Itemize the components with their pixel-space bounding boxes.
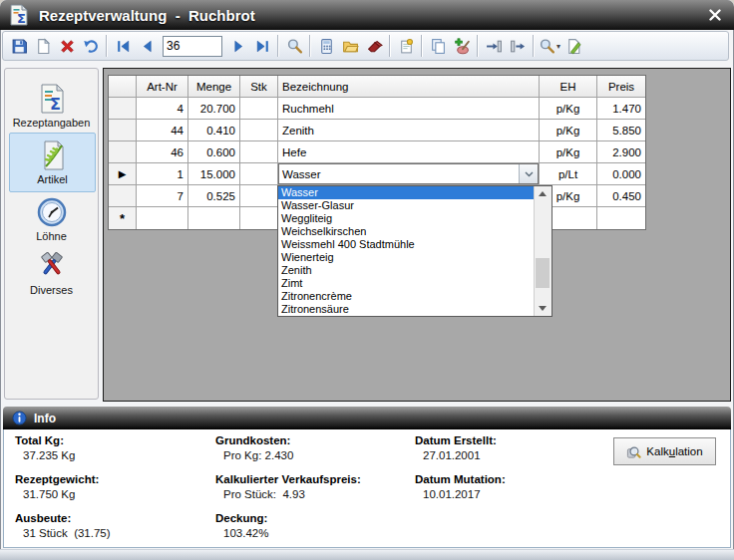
svg-text:Σ: Σ	[17, 11, 26, 26]
verkaufspreis-value: Pro Stück: 4.93	[223, 488, 361, 500]
dropdown-item[interactable]: Wienerteig	[278, 251, 534, 264]
export-icon[interactable]	[506, 34, 530, 58]
table-row[interactable]: 46 0.600 Hefe p/Kg 2.900	[109, 141, 645, 163]
grundkosten-value: Pro Kg: 2.430	[223, 449, 361, 461]
import-icon[interactable]	[482, 34, 506, 58]
record-number-input[interactable]	[163, 36, 222, 57]
scroll-down-icon[interactable]	[535, 301, 550, 316]
toolbar-separator	[533, 35, 535, 57]
edit-page-icon[interactable]	[561, 34, 585, 58]
dropdown-item[interactable]: Zitronencrème	[278, 290, 534, 303]
save-icon[interactable]	[7, 34, 31, 58]
window-title: Rezeptverwaltung - Ruchbrot	[39, 7, 255, 24]
article-wheat-icon	[37, 140, 69, 171]
previous-record-icon[interactable]	[135, 34, 159, 58]
next-record-icon[interactable]	[226, 34, 250, 58]
dropdown-caret-icon: ▾	[556, 42, 560, 51]
ausbeute-label: Ausbeute:	[15, 512, 111, 524]
sidebar-item-label: Rezeptangaben	[13, 117, 91, 129]
delete-icon[interactable]	[55, 34, 79, 58]
zoom-menu-icon[interactable]: ▾	[538, 34, 561, 58]
toolbar-separator	[389, 35, 391, 57]
sidebar-item-rezeptangaben[interactable]: Σ Rezeptangaben	[9, 83, 94, 129]
table-row[interactable]: 4 20.700 Ruchmehl p/Kg 1.470	[109, 98, 645, 120]
info-header: Info	[3, 407, 731, 429]
verkaufspreis-label: Kalkulierter Verkaufspreis:	[215, 473, 361, 485]
sidebar: Σ Rezeptangaben Artikel Löhne	[4, 68, 99, 400]
dropdown-item[interactable]: Weggliteig	[278, 212, 534, 225]
kalkulation-button[interactable]: Kalkulation	[613, 437, 716, 465]
sidebar-item-loehne[interactable]: Löhne	[9, 196, 94, 242]
current-row-marker: ▶	[119, 169, 127, 179]
undo-icon[interactable]	[79, 34, 103, 58]
new-record-icon[interactable]	[31, 34, 55, 58]
info-icon	[12, 411, 27, 425]
total-kg-value: 37.235 Kg	[23, 449, 111, 461]
recipe-management-window: Σ Rezeptverwaltung - Ruchbrot ▾	[0, 0, 734, 560]
dropdown-scrollbar[interactable]	[534, 186, 551, 316]
ausbeute-value: 31 Stück (31.75)	[23, 527, 111, 539]
chevron-down-icon	[525, 171, 534, 177]
sidebar-item-artikel[interactable]: Artikel	[9, 133, 96, 192]
toolbar: ▾	[2, 31, 729, 61]
scroll-up-icon[interactable]	[535, 186, 550, 201]
first-record-icon[interactable]	[111, 34, 135, 58]
dropdown-item[interactable]: Wasser	[278, 186, 534, 199]
rezeptgewicht-label: Rezeptgewicht:	[15, 473, 111, 485]
recipe-sigma-icon: Σ	[36, 83, 68, 115]
info-panel: Total Kg: 37.235 Kg Rezeptgewicht: 31.75…	[3, 429, 731, 548]
combobox-value: Wasser	[279, 168, 519, 180]
copy-icon[interactable]	[426, 34, 450, 58]
toolbar-separator	[106, 35, 108, 57]
search-icon[interactable]	[282, 34, 306, 58]
kalkulation-magnifier-icon	[626, 444, 641, 459]
dropdown-item[interactable]: Wasser-Glasur	[278, 199, 534, 212]
dropdown-item[interactable]: Zenith	[278, 264, 534, 277]
dropdown-item[interactable]: Weissmehl 400 Stadtmühle	[278, 238, 534, 251]
combobox-dropdown-button[interactable]	[519, 164, 538, 183]
column-header-bezeichnung[interactable]: Bezeichnung	[278, 76, 540, 98]
open-folder-icon[interactable]	[338, 34, 362, 58]
clock-icon	[36, 196, 68, 228]
sidebar-item-label: Diverses	[30, 284, 73, 296]
paint-add-icon[interactable]	[450, 34, 474, 58]
app-recipe-sigma-icon: Σ	[7, 3, 31, 27]
column-header-menge[interactable]: Menge	[188, 76, 240, 98]
column-header-eh[interactable]: EH	[540, 76, 597, 98]
dropdown-item[interactable]: Weichselkirschen	[278, 225, 534, 238]
kalkulation-button-label: Kalkulation	[646, 445, 702, 457]
close-icon[interactable]	[705, 5, 725, 25]
dropdown-item[interactable]: Zimt	[278, 277, 534, 290]
datum-mutation-label: Datum Mutation:	[415, 473, 506, 485]
toolbar-separator	[477, 35, 479, 57]
column-header-preis[interactable]: Preis	[597, 76, 645, 98]
last-record-icon[interactable]	[250, 34, 274, 58]
toolbar-separator	[309, 35, 311, 57]
total-kg-label: Total Kg:	[15, 434, 111, 446]
column-header-art-nr[interactable]: Art-Nr	[137, 76, 188, 98]
window-bottom-edge	[0, 549, 734, 560]
toolbar-separator	[277, 35, 279, 57]
title-bar: Σ Rezeptverwaltung - Ruchbrot	[0, 0, 734, 30]
grid-header-row: Art-Nr Menge Stk Bezeichnung EH Preis	[109, 76, 645, 98]
column-header-stk[interactable]: Stk	[240, 76, 278, 98]
new-row-marker: *	[120, 211, 125, 226]
dropdown-item[interactable]: Zitronensäure	[278, 303, 534, 316]
sidebar-item-label: Löhne	[36, 230, 67, 242]
note-icon[interactable]	[394, 34, 418, 58]
deckung-value: 103.42%	[223, 527, 361, 539]
bezeichnung-combobox[interactable]: Wasser	[278, 163, 539, 184]
eraser-icon[interactable]	[362, 34, 386, 58]
info-header-label: Info	[34, 412, 56, 425]
table-row[interactable]: 44 0.410 Zenith p/Kg 5.850	[109, 120, 645, 141]
scrollbar-thumb[interactable]	[536, 258, 550, 288]
row-selector-header	[109, 76, 137, 98]
datum-erstellt-label: Datum Erstellt:	[415, 434, 506, 446]
sidebar-item-diverses[interactable]: Diverses	[9, 250, 94, 296]
rezeptgewicht-value: 31.750 Kg	[23, 488, 111, 500]
table-row-current[interactable]: ▶ 1 15.000 Wasser p/Lt 0.000	[109, 163, 645, 185]
calculator-icon[interactable]	[314, 34, 338, 58]
datum-erstellt-value: 27.01.2001	[423, 449, 506, 461]
toolbar-separator	[421, 35, 423, 57]
grundkosten-label: Grundkosten:	[215, 434, 361, 446]
